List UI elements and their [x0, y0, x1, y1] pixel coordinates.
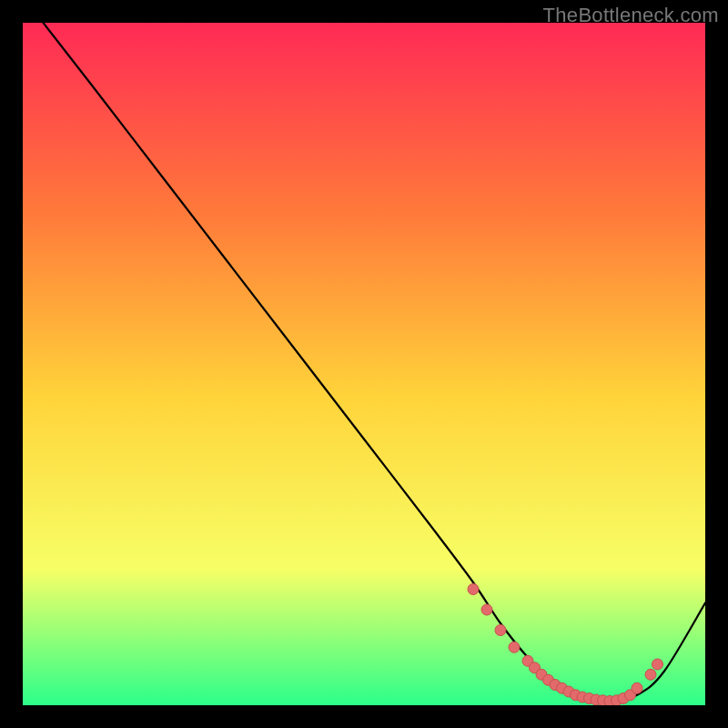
- marker-dot: [509, 642, 520, 652]
- chart-svg: [23, 23, 705, 705]
- plot-canvas: [23, 23, 705, 705]
- chart-frame: TheBottleneck.com: [0, 0, 728, 728]
- marker-dot: [468, 584, 479, 595]
- marker-dot: [632, 682, 642, 693]
- marker-dot: [481, 604, 492, 615]
- watermark-text: TheBottleneck.com: [543, 4, 719, 27]
- marker-dot: [495, 625, 506, 636]
- gradient-background: [23, 23, 705, 705]
- marker-dot: [652, 659, 663, 670]
- marker-dot: [645, 669, 656, 680]
